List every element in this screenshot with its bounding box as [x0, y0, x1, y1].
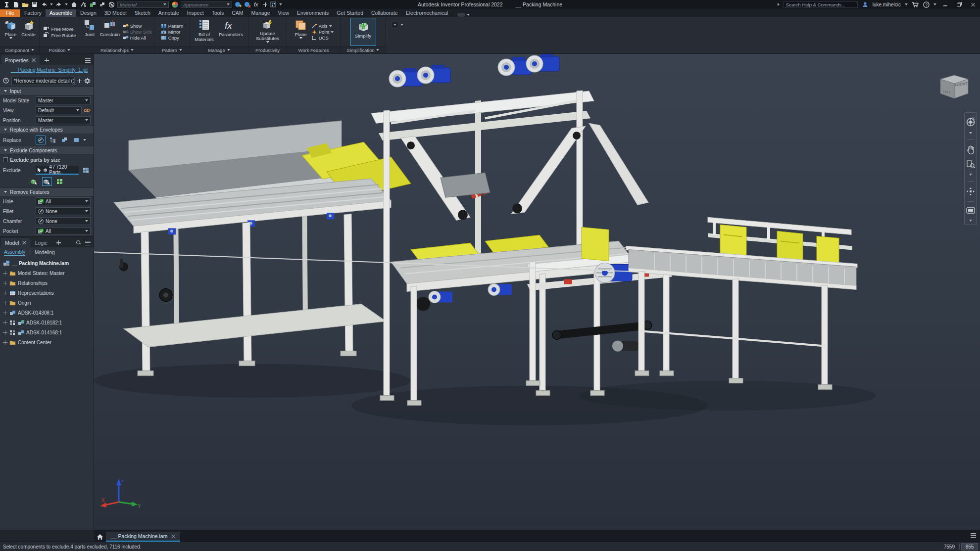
clear-appearance-button[interactable]: [244, 1, 251, 8]
qat-add-icon[interactable]: [263, 2, 267, 7]
parameters-fx-icon[interactable]: fx: [253, 1, 260, 8]
hide-all-button[interactable]: Hide All: [122, 35, 153, 41]
doctabs-menu-icon[interactable]: [971, 533, 976, 538]
model-state-dropdown[interactable]: Master: [36, 96, 91, 104]
restore-button[interactable]: [954, 1, 964, 8]
chamfer-dropdown[interactable]: None: [36, 217, 91, 225]
navbar-close-icon[interactable]: [972, 113, 976, 122]
point-button[interactable]: Point: [310, 29, 335, 35]
add-preset-button[interactable]: [77, 79, 82, 83]
tab-design[interactable]: Design: [76, 9, 100, 17]
3d-canvas[interactable]: [94, 54, 980, 530]
preset-settings-gear-icon[interactable]: [84, 78, 91, 84]
no-render-icon[interactable]: [108, 1, 115, 8]
expand-icon[interactable]: [3, 301, 7, 305]
model-close-icon[interactable]: [22, 241, 26, 245]
tree-item-representations[interactable]: Representations: [0, 288, 94, 298]
tab-electromechanical[interactable]: Electromechanical: [402, 9, 452, 17]
exclude-select-button[interactable]: [42, 177, 52, 186]
adjust-appearance-button[interactable]: [235, 1, 242, 8]
replace-each-button[interactable]: [48, 136, 57, 144]
create-button[interactable]: Create: [20, 18, 37, 46]
pocket-dropdown[interactable]: All: [36, 227, 91, 235]
tree-item-origin[interactable]: Origin: [0, 298, 94, 308]
redo-dropdown-caret-icon[interactable]: [65, 3, 68, 5]
plane-button[interactable]: Plane: [293, 18, 309, 46]
remove-features-section-header[interactable]: Remove Features: [0, 187, 94, 196]
bill-of-materials-button[interactable]: Bill of Materials: [193, 18, 216, 46]
expand-icon[interactable]: [3, 340, 7, 345]
expand-icon[interactable]: [3, 321, 7, 325]
selection-set-button[interactable]: [98, 1, 105, 8]
tab-sketch[interactable]: Sketch: [131, 9, 154, 17]
minimize-button[interactable]: [940, 1, 950, 8]
document-close-icon[interactable]: [171, 534, 175, 538]
subtab-modeling[interactable]: Modeling: [35, 250, 55, 255]
exclude-selection-field[interactable]: 4 / 7120 Parts: [36, 166, 79, 175]
replace-none-button[interactable]: [36, 136, 46, 144]
group-label-relationships[interactable]: Relationships: [80, 46, 154, 53]
exclude-grid-button[interactable]: [81, 166, 91, 175]
ribbon-collapse-button[interactable]: [391, 21, 399, 29]
document-tab-packing-machine[interactable]: __ Packing Machine.iam: [106, 532, 180, 542]
wheel-options-caret-icon[interactable]: [969, 132, 972, 134]
component-visibility-button[interactable]: [89, 1, 96, 8]
position-dropdown[interactable]: Master: [36, 116, 91, 124]
help-caret-icon[interactable]: [933, 3, 936, 5]
joint-button[interactable]: Joint: [81, 18, 98, 46]
home-view-button[interactable]: [70, 1, 77, 8]
search-input[interactable]: [784, 1, 858, 8]
tab-tools[interactable]: Tools: [208, 9, 228, 17]
replace-all-in-one-button[interactable]: [59, 136, 69, 144]
save-button[interactable]: [31, 1, 38, 8]
home-tab-button[interactable]: [94, 532, 106, 542]
tab-view[interactable]: View: [274, 9, 294, 17]
pattern-button[interactable]: Pattern: [160, 23, 185, 29]
help-icon[interactable]: ?: [923, 1, 930, 8]
lookat-options-caret-icon[interactable]: [969, 220, 972, 222]
ribbon-appearance-toggle[interactable]: [457, 13, 470, 17]
tab-environments[interactable]: Environments: [293, 9, 333, 17]
replace-single-button[interactable]: [71, 136, 81, 144]
simplify-button[interactable]: Simplify: [350, 18, 376, 46]
browser-menu-icon[interactable]: [85, 241, 91, 245]
preset-dropdown[interactable]: *Remove moderate detail (1: [11, 77, 75, 85]
appearance-dropdown[interactable]: Appearance: [181, 1, 232, 8]
tab-collaborate[interactable]: Collaborate: [367, 9, 402, 17]
free-rotate-button[interactable]: Free Rotate: [42, 32, 77, 38]
tab-inspect[interactable]: Inspect: [183, 9, 208, 17]
parameters-button[interactable]: fx Parameters: [217, 18, 245, 46]
app-store-cart-icon[interactable]: [912, 1, 919, 8]
sketch-tools-button[interactable]: [80, 1, 87, 8]
undo-dropdown-caret-icon[interactable]: [50, 3, 53, 5]
browser-search-icon[interactable]: [76, 240, 81, 245]
tab-annotate[interactable]: Annotate: [154, 9, 183, 17]
occurrence-count[interactable]: 7559: [941, 543, 958, 551]
fillet-dropdown[interactable]: None: [36, 207, 91, 215]
expand-icon[interactable]: [3, 281, 7, 285]
tree-item-relationships[interactable]: Relationships: [0, 278, 94, 288]
tab-cam[interactable]: CAM: [228, 9, 247, 17]
browser-new-tab-button[interactable]: [52, 238, 65, 247]
ribbon-collapse-options-caret-icon[interactable]: [400, 24, 403, 26]
tab-model[interactable]: Model: [1, 238, 30, 247]
measure-grid-button[interactable]: [270, 1, 277, 8]
replace-envelopes-section-header[interactable]: Replace with Envelopes: [0, 125, 94, 134]
properties-new-tab-button[interactable]: [41, 55, 53, 65]
collapse-search-icon[interactable]: [778, 3, 780, 6]
new-file-button[interactable]: [12, 1, 19, 8]
tab-manage[interactable]: Manage: [247, 9, 274, 17]
orbit-icon[interactable]: [966, 187, 975, 196]
ucs-button[interactable]: UCS: [310, 35, 335, 41]
group-label-productivity[interactable]: Productivity: [248, 46, 287, 53]
view-link-icon[interactable]: [84, 108, 91, 113]
input-section-header[interactable]: Input: [0, 87, 94, 95]
tree-item-adsk-014168[interactable]: ADSK-014168:1: [0, 327, 94, 337]
replace-options-caret-icon[interactable]: [83, 139, 86, 141]
user-name[interactable]: luke.mihelcic: [873, 2, 901, 7]
tree-item-adsk-014308[interactable]: ADSK-014308:1: [0, 308, 94, 318]
copy-button[interactable]: Copy: [160, 35, 185, 41]
tab-properties[interactable]: Properties: [1, 55, 40, 65]
look-at-icon[interactable]: [966, 207, 975, 214]
redo-button[interactable]: [55, 1, 62, 8]
